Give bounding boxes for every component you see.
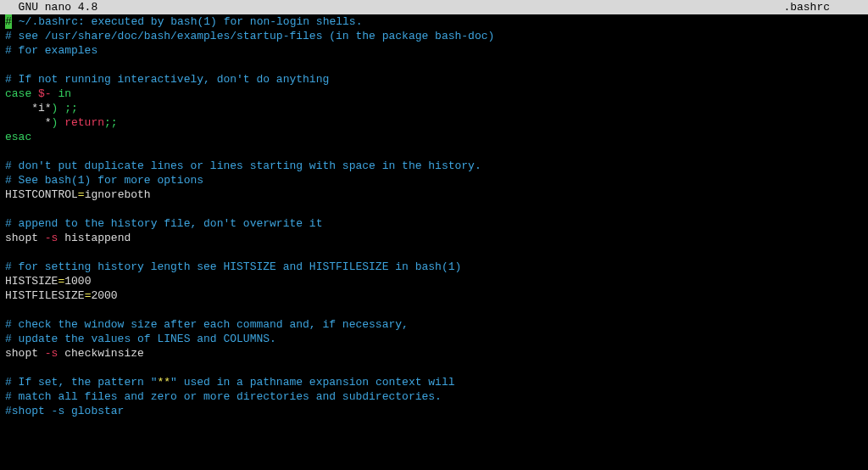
string-text: ** — [157, 376, 170, 389]
code-line: # If not running interactively, don't do… — [5, 72, 863, 87]
code-line: HISTFILESIZE=2000 — [5, 288, 863, 303]
comment-text: # update the values of LINES and COLUMNS… — [5, 333, 276, 345]
titlebar: GNU nano 4.8 .bashrc — [0, 0, 868, 14]
code-line — [5, 361, 863, 375]
code-line: # check the window size after each comma… — [5, 317, 863, 332]
keyword: esac — [5, 131, 31, 143]
app-title: GNU nano 4.8 — [5, 0, 97, 14]
code-line: case $- in — [5, 87, 863, 101]
argument: checkwinsize — [58, 347, 143, 360]
comment-text: #shopt -s globstar — [5, 405, 124, 417]
comment-text: # don't put duplicate lines or lines sta… — [5, 159, 481, 172]
editor-area[interactable]: # ~/.bashrc: executed by bash(1) for non… — [0, 14, 868, 418]
identifier: HISTCONTROL — [5, 188, 78, 201]
code-line: # See bash(1) for more options — [5, 173, 863, 187]
flag: -s — [45, 347, 58, 360]
keyword: ) ;; — [52, 102, 78, 115]
argument: histappend — [58, 232, 131, 244]
code-line: esac — [5, 130, 863, 144]
code-line: # see /usr/share/doc/bash/examples/start… — [5, 29, 863, 43]
flag: -s — [45, 232, 58, 244]
value: 1000 — [64, 275, 91, 288]
code-line: # don't put duplicate lines or lines sta… — [5, 159, 863, 173]
code-line — [5, 58, 863, 72]
code-line: shopt -s checkwinsize — [5, 346, 863, 361]
keyword: ) — [52, 116, 65, 129]
code-line — [5, 245, 863, 260]
code-line: # If set, the pattern "**" used in a pat… — [5, 375, 863, 389]
identifier: HISTSIZE — [5, 275, 58, 288]
code-line: *i*) ;; — [5, 101, 863, 115]
comment-text: # match all files and zero or more direc… — [5, 390, 442, 403]
operator: = — [78, 188, 85, 201]
value: ignoreboth — [85, 188, 151, 201]
code-line: # append to the history file, don't over… — [5, 216, 863, 231]
comment-text: # for setting history length see HISTSIZ… — [5, 260, 461, 273]
code-line — [5, 144, 863, 159]
keyword: in — [52, 87, 71, 100]
identifier: HISTFILESIZE — [5, 289, 85, 302]
code-line — [5, 202, 863, 216]
code-line: HISTCONTROL=ignoreboth — [5, 187, 863, 202]
comment-text: # If not running interactively, don't do… — [5, 73, 329, 86]
cursor: # — [5, 14, 12, 29]
code-line: # for setting history length see HISTSIZ… — [5, 260, 863, 274]
comment-text: # If set, the pattern " — [5, 376, 157, 389]
command: shopt — [5, 232, 45, 244]
variable: $- — [31, 87, 51, 100]
code-line: # update the values of LINES and COLUMNS… — [5, 332, 863, 346]
comment-text: # See bash(1) for more options — [5, 174, 203, 187]
code-line — [5, 303, 863, 317]
pattern: *i* — [5, 102, 52, 115]
pattern: * — [5, 116, 52, 129]
value: 2000 — [91, 289, 117, 302]
comment-text: # append to the history file, don't over… — [5, 217, 322, 230]
code-line: *) return;; — [5, 115, 863, 130]
code-line: # for examples — [5, 43, 863, 58]
command: shopt — [5, 347, 45, 360]
code-line: # ~/.bashrc: executed by bash(1) for non… — [5, 14, 863, 29]
filename-label: .bashrc — [783, 0, 863, 14]
keyword: ;; — [104, 116, 118, 129]
code-line: shopt -s histappend — [5, 231, 863, 245]
code-line: # match all files and zero or more direc… — [5, 389, 863, 404]
keyword: case — [5, 87, 31, 100]
code-line: #shopt -s globstar — [5, 404, 863, 418]
comment-text: # check the window size after each comma… — [5, 318, 409, 331]
comment-text: # see /usr/share/doc/bash/examples/start… — [5, 30, 494, 42]
keyword-return: return — [64, 116, 104, 129]
code-line: HISTSIZE=1000 — [5, 274, 863, 288]
comment-text: " used in a pathname expansion context w… — [170, 376, 454, 389]
comment-text: ~/.bashrc: executed by bash(1) for non-l… — [12, 15, 362, 28]
comment-text: # for examples — [5, 44, 97, 57]
